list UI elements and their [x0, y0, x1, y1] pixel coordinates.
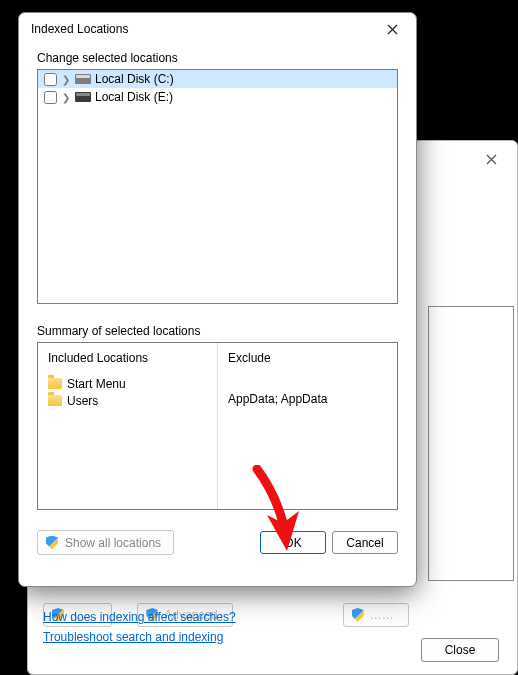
parent-stub-button-3[interactable]: …… — [343, 603, 409, 627]
included-item-label: Users — [67, 394, 98, 408]
parent-links: How does indexing affect searches? Troub… — [43, 610, 236, 644]
chevron-right-icon[interactable]: ❯ — [61, 92, 71, 103]
parent-stub-label-3: …… — [370, 608, 394, 622]
ok-button[interactable]: OK — [260, 531, 326, 554]
dialog-close-icon[interactable] — [372, 15, 412, 43]
indexed-locations-dialog: Indexed Locations Change selected locati… — [18, 12, 417, 587]
locations-tree[interactable]: ❯ Local Disk (C:) ❯ Local Disk (E:) — [37, 69, 398, 304]
included-header: Included Locations — [48, 351, 207, 365]
tree-row[interactable]: ❯ Local Disk (C:) — [38, 70, 397, 88]
summary-label: Summary of selected locations — [37, 324, 398, 338]
parent-content-frame — [428, 306, 514, 581]
link-indexing-help[interactable]: How does indexing affect searches? — [43, 610, 236, 624]
exclude-header: Exclude — [228, 351, 387, 365]
parent-close-icon[interactable] — [471, 145, 511, 173]
included-item[interactable]: Users — [48, 392, 207, 409]
tree-row-label: Local Disk (C:) — [95, 72, 174, 86]
exclude-column: Exclude AppData; AppData — [218, 343, 397, 509]
tree-checkbox[interactable] — [44, 91, 57, 104]
exclude-text: AppData; AppData — [228, 392, 387, 406]
folder-icon — [48, 378, 62, 389]
summary-box: Included Locations Start Menu Users Excl… — [37, 342, 398, 510]
included-item[interactable]: Start Menu — [48, 375, 207, 392]
show-all-locations-label: Show all locations — [65, 536, 161, 550]
included-column: Included Locations Start Menu Users — [38, 343, 218, 509]
tree-row-label: Local Disk (E:) — [95, 90, 173, 104]
drive-icon — [75, 74, 91, 84]
titlebar: Indexed Locations — [19, 13, 416, 45]
cancel-button[interactable]: Cancel — [332, 531, 398, 554]
tree-row[interactable]: ❯ Local Disk (E:) — [38, 88, 397, 106]
parent-close-button[interactable]: Close — [421, 638, 499, 662]
dialog-button-row: Show all locations OK Cancel — [37, 530, 398, 555]
link-troubleshoot[interactable]: Troubleshoot search and indexing — [43, 630, 236, 644]
parent-close-button-label: Close — [445, 643, 476, 657]
shield-icon — [352, 608, 364, 622]
dialog-title: Indexed Locations — [31, 22, 128, 36]
tree-checkbox[interactable] — [44, 73, 57, 86]
shield-icon — [46, 536, 58, 550]
show-all-locations-button[interactable]: Show all locations — [37, 530, 174, 555]
drive-icon — [75, 92, 91, 102]
ok-button-label: OK — [284, 536, 301, 550]
included-item-label: Start Menu — [67, 377, 126, 391]
folder-icon — [48, 395, 62, 406]
chevron-right-icon[interactable]: ❯ — [61, 74, 71, 85]
cancel-button-label: Cancel — [346, 536, 383, 550]
change-locations-label: Change selected locations — [37, 51, 398, 65]
